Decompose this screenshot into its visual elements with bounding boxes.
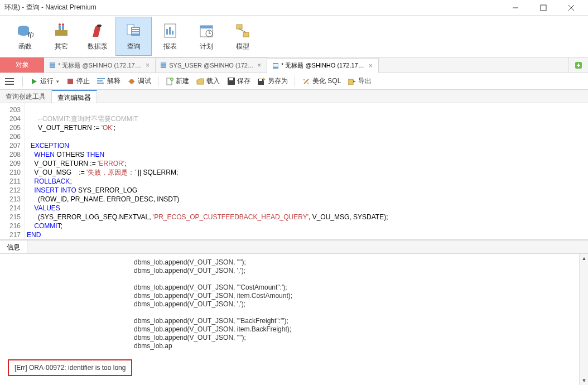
datapump-icon (89, 22, 107, 40)
explain-button[interactable]: 解释 (94, 75, 123, 87)
schedule-icon (197, 22, 215, 40)
debug-label: 调试 (138, 76, 151, 86)
report-icon (161, 22, 179, 40)
svg-rect-10 (62, 26, 64, 30)
svg-rect-16 (132, 28, 139, 29)
close-tab-icon[interactable]: × (368, 62, 374, 69)
save-label: 保存 (237, 76, 250, 86)
objects-tab[interactable]: 对象 (0, 57, 44, 73)
vertical-scrollbar[interactable]: ▲ ▼ (579, 254, 588, 385)
toolbar-report[interactable]: 报表 (152, 17, 188, 56)
toolbar-item-label: 函数 (18, 42, 32, 51)
document-tab-label: SYS_USER @SHINHO (172.17.1... (169, 62, 254, 69)
query-icon (125, 22, 143, 40)
query-subtabs: 查询创建工具 查询编辑器 (0, 90, 588, 103)
tab-query-editor[interactable]: 查询编辑器 (52, 90, 97, 103)
svg-text:f(x): f(x) (28, 31, 33, 38)
stop-icon (66, 77, 75, 86)
beautify-button[interactable]: 美化 SQL (300, 75, 343, 87)
toolbar-item-label: 模型 (236, 42, 249, 51)
svg-rect-20 (166, 29, 168, 35)
toolbar-query[interactable]: 查询 (115, 17, 152, 56)
saveas-button[interactable]: 另存为 (255, 75, 290, 87)
load-label: 载入 (206, 76, 220, 86)
close-tab-icon[interactable]: × (257, 62, 262, 69)
run-button[interactable]: 运行▾ (27, 75, 61, 87)
minimize-button[interactable] (503, 0, 528, 16)
close-tab-icon[interactable]: × (144, 62, 151, 69)
svg-rect-62 (229, 78, 233, 80)
toolbar-datapump[interactable]: 数据泵 (79, 17, 115, 56)
svg-rect-13 (97, 25, 102, 27)
svg-rect-51 (97, 78, 105, 79)
svg-rect-21 (169, 27, 171, 35)
svg-rect-37 (161, 65, 166, 65)
svg-rect-33 (50, 65, 55, 65)
svg-rect-8 (55, 30, 68, 36)
run-label: 运行 (40, 76, 54, 86)
toolbar-item-label: 计划 (200, 42, 213, 51)
document-tab[interactable]: SYS_USER @SHINHO (172.17.1...× (156, 57, 267, 73)
error-message: [Err] ORA-00972: identifier is too long (8, 359, 132, 376)
new-tab-button[interactable] (568, 57, 588, 73)
svg-line-30 (239, 29, 246, 32)
svg-point-12 (62, 23, 64, 26)
saveas-label: 另存为 (268, 76, 288, 86)
close-button[interactable] (559, 0, 584, 16)
document-tab[interactable]: * 无标题 @SHINHO (172.17.10...× (267, 58, 379, 73)
svg-point-54 (129, 79, 134, 84)
toolbar-other[interactable]: 其它 (43, 17, 79, 56)
save-button[interactable]: 保存 (224, 75, 253, 87)
stop-button[interactable]: 停止 (64, 75, 92, 87)
code-area[interactable]: --COMMIT;查询时不需要COMMIT V_OUT_RETURN := 'O… (25, 103, 588, 239)
message-output: dbms_lob.append(V_OUT_JSON, '"');dbms_lo… (0, 254, 588, 350)
svg-rect-18 (132, 32, 139, 33)
new-button[interactable]: 新建 (163, 75, 191, 87)
svg-point-11 (59, 23, 61, 26)
code-editor[interactable]: 2032042052062072082092102112122132142152… (0, 103, 588, 240)
stop-label: 停止 (76, 76, 90, 86)
scroll-up-icon[interactable]: ▲ (580, 254, 588, 263)
svg-rect-28 (237, 25, 242, 29)
svg-rect-22 (172, 31, 173, 35)
folder-open-icon (196, 77, 205, 86)
load-button[interactable]: 载入 (194, 75, 222, 87)
svg-marker-70 (353, 80, 356, 83)
toolbar-fx[interactable]: f(x)函数 (7, 17, 43, 56)
svg-rect-64 (259, 79, 262, 81)
export-button[interactable]: 导出 (345, 75, 374, 87)
wand-icon (302, 77, 311, 86)
debug-button[interactable]: 调试 (125, 75, 153, 87)
document-tab[interactable]: * 无标题 @SHINHO (172.17.10...× (44, 57, 156, 73)
fx-icon: f(x) (16, 22, 34, 40)
query-doc-icon (160, 61, 167, 69)
svg-rect-69 (348, 79, 353, 85)
window-title: 环境) - 查询 - Navicat Premium (4, 3, 503, 12)
hamburger-icon[interactable] (3, 75, 16, 88)
tab-messages[interactable]: 信息 (0, 240, 27, 253)
document-tabstrip: 对象 * 无标题 @SHINHO (172.17.10...×SYS_USER … (0, 57, 588, 73)
svg-rect-32 (50, 64, 55, 64)
scroll-down-icon[interactable]: ▼ (580, 376, 588, 385)
svg-marker-65 (263, 78, 266, 81)
toolbar-model[interactable]: 模型 (224, 17, 261, 56)
export-label: 导出 (358, 76, 372, 86)
maximize-button[interactable] (531, 0, 556, 16)
svg-rect-29 (243, 32, 249, 37)
document-tab-label: * 无标题 @SHINHO (172.17.10... (58, 61, 142, 70)
svg-rect-40 (273, 64, 278, 65)
action-toolbar: 运行▾ 停止 解释 调试 新建 载入 保存 另存为 美化 SQL 导出 (0, 73, 588, 90)
toolbar-schedule[interactable]: 计划 (188, 17, 224, 56)
toolbar-item-label: 查询 (127, 42, 141, 51)
svg-rect-9 (59, 26, 61, 30)
svg-rect-38 (161, 66, 166, 66)
svg-rect-41 (273, 65, 278, 66)
svg-rect-34 (50, 66, 55, 66)
svg-rect-17 (132, 30, 139, 31)
svg-rect-24 (200, 26, 213, 28)
svg-rect-52 (97, 80, 103, 81)
tab-query-builder[interactable]: 查询创建工具 (0, 90, 52, 103)
explain-icon (97, 77, 105, 86)
result-pane: 信息 dbms_lob.append(V_OUT_JSON, '"');dbms… (0, 240, 588, 385)
model-icon (234, 22, 252, 40)
